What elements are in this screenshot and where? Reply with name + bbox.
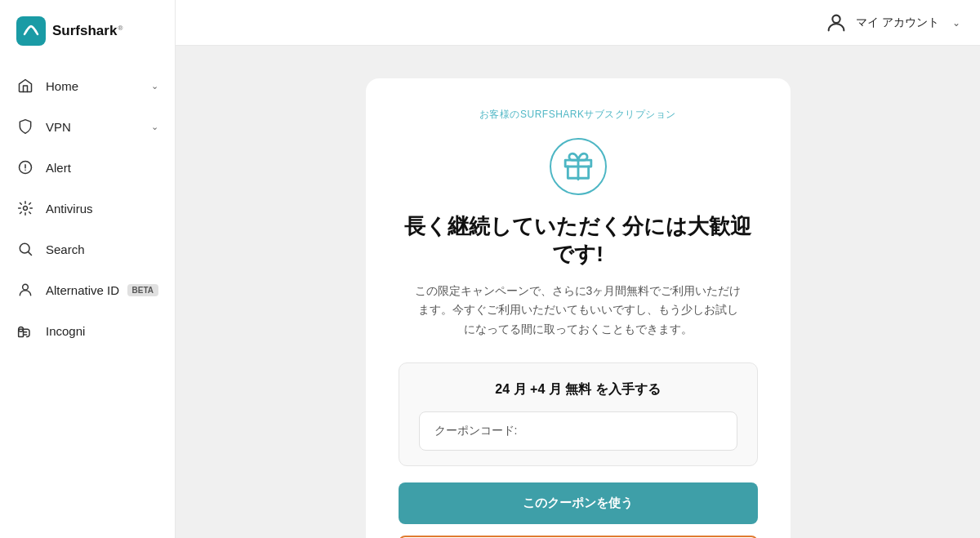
sidebar-item-antivirus-label: Antivirus: [46, 202, 158, 216]
svg-point-2: [24, 207, 28, 211]
chevron-down-icon: ⌄: [151, 122, 158, 132]
alert-icon: [16, 158, 34, 176]
alternative-id-icon: [16, 281, 34, 299]
promo-card: お客様のSURFSHARKサブスクリプション 長く継続していただく分には大歓迎で…: [366, 78, 791, 538]
surfshark-logo-icon: [16, 16, 46, 46]
vpn-icon: [16, 118, 34, 136]
coupon-box: クーポンコード:: [419, 411, 737, 451]
sidebar-item-vpn-label: VPN: [46, 120, 151, 134]
coupon-label: クーポンコード:: [434, 424, 518, 437]
chevron-down-icon: ⌄: [151, 81, 158, 91]
svg-point-7: [832, 15, 840, 22]
header: マイ アカウント ⌄: [176, 0, 980, 46]
gift-icon-wrapper: [550, 138, 607, 195]
sidebar-item-search-label: Search: [46, 242, 158, 256]
sidebar-item-antivirus[interactable]: Antivirus: [0, 188, 175, 229]
incogni-icon: [16, 322, 34, 340]
sidebar-item-vpn[interactable]: VPN ⌄: [0, 106, 175, 147]
sidebar-item-alert[interactable]: Alert: [0, 147, 175, 188]
subscription-label: お客様のSURFSHARKサブスクリプション: [479, 108, 676, 122]
gift-icon: [563, 151, 594, 182]
account-label: マイ アカウント: [856, 16, 939, 30]
beta-badge: BETA: [127, 284, 158, 296]
main-content: お客様のSURFSHARKサブスクリプション 長く継続していただく分には大歓迎で…: [176, 46, 980, 538]
svg-point-3: [20, 243, 29, 253]
home-icon: [16, 77, 34, 95]
svg-point-4: [23, 284, 29, 290]
main-title: 長く継続していただく分には大歓迎です!: [399, 213, 758, 269]
use-coupon-button[interactable]: このクーポンを使う: [399, 482, 758, 524]
sidebar-item-alert-label: Alert: [46, 161, 158, 175]
sidebar-item-search[interactable]: Search: [0, 229, 175, 269]
sidebar-item-alternative-id[interactable]: Alternative ID BETA: [0, 269, 175, 310]
promo-title: 24 月 +4 月 無料 を入手する: [419, 381, 737, 398]
promo-box: 24 月 +4 月 無料 を入手する クーポンコード:: [399, 362, 758, 466]
logo-container: Surfshark ®: [0, 0, 175, 65]
main-area: マイ アカウント ⌄ お客様のSURFSHARKサブスクリプション 長く継続して…: [176, 0, 980, 538]
logo-text: Surfshark: [52, 23, 117, 39]
header-chevron-icon: ⌄: [952, 17, 960, 29]
sidebar-item-incogni[interactable]: Incogni: [0, 310, 175, 351]
account-icon: [825, 11, 848, 34]
main-description: この限定キャンペーンで、さらに3ヶ月間無料でご利用いただけます。今すぐご利用いた…: [415, 282, 742, 340]
sidebar-item-alternative-id-label: Alternative ID: [46, 283, 121, 297]
antivirus-icon: [16, 199, 34, 217]
account-menu[interactable]: マイ アカウント ⌄: [825, 11, 960, 34]
svg-rect-0: [16, 16, 46, 46]
sidebar-item-home-label: Home: [46, 79, 151, 93]
sidebar-nav: Home ⌄ VPN ⌄ Alert: [0, 65, 175, 538]
sidebar: Surfshark ® Home ⌄ VPN ⌄: [0, 0, 176, 538]
search-icon: [16, 240, 34, 258]
sidebar-item-home[interactable]: Home ⌄: [0, 65, 175, 106]
sidebar-item-incogni-label: Incogni: [46, 324, 158, 338]
